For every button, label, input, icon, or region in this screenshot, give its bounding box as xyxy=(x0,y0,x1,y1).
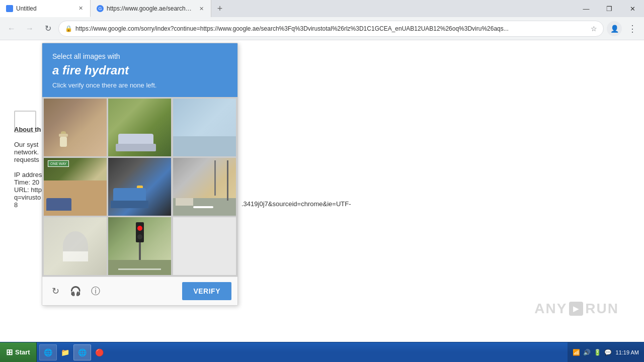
about-line7: URL: http xyxy=(14,186,44,194)
highway-car xyxy=(176,198,193,206)
start-button[interactable]: ⊞ Start xyxy=(0,342,37,362)
traffic-light-green xyxy=(137,234,142,239)
window-controls: — ❐ ✕ xyxy=(575,0,644,17)
titlebar: Untitled ✕ G https://www.google.ae/searc… xyxy=(0,0,644,17)
recaptcha-modal: Select all images with a fire hydrant Cl… xyxy=(42,43,238,306)
captcha-cell-5[interactable] xyxy=(108,158,171,216)
lane-marking xyxy=(193,206,213,208)
notification-icon: 💬 xyxy=(604,349,612,356)
car-body xyxy=(116,144,156,151)
profile-icon: 👤 xyxy=(610,25,619,33)
traffic-light-box xyxy=(136,222,144,242)
traffic-light-red xyxy=(137,226,142,231)
taskbar-ie-button[interactable]: 🌐 xyxy=(39,344,57,360)
power-pole xyxy=(227,160,228,201)
about-line8: q=virusto xyxy=(14,194,44,201)
hydrant-shape xyxy=(59,131,68,146)
battery-icon: 🔋 xyxy=(594,349,601,356)
chrome-menu-button[interactable]: ⋮ xyxy=(625,21,640,36)
network-icon: 📶 xyxy=(573,349,580,356)
tab-untitled[interactable]: Untitled ✕ xyxy=(0,0,91,17)
about-text: About th Our syst network. requests IP a… xyxy=(14,126,44,209)
about-line9: 8 xyxy=(14,201,44,209)
tab-favicon-untitled xyxy=(6,5,13,12)
back-button[interactable]: ← xyxy=(4,21,19,36)
captcha-subtext: Click verify once there are none left. xyxy=(52,81,227,89)
road-line xyxy=(118,268,161,270)
captcha-info-button[interactable]: ⓘ xyxy=(89,284,103,298)
taskbar-antivirus-button[interactable]: 🔴 xyxy=(91,344,108,360)
about-line2: Our syst xyxy=(14,141,44,148)
explorer-icon: 📁 xyxy=(61,348,69,356)
captcha-refresh-button[interactable]: ↻ xyxy=(48,284,62,298)
bookmark-star-icon[interactable]: ☆ xyxy=(591,25,597,33)
captcha-header: Select all images with a fire hydrant Cl… xyxy=(42,43,237,97)
captcha-cell-1[interactable] xyxy=(44,99,107,156)
omnibox[interactable]: 🔒 https://www.google.com/sorry/index?con… xyxy=(58,21,604,37)
tab-title-untitled: Untitled xyxy=(16,5,74,12)
about-line5: IP addres xyxy=(14,171,44,178)
navbar: ← → ↻ 🔒 https://www.google.com/sorry/ind… xyxy=(0,17,644,40)
captcha-instruction: Select all images with xyxy=(52,52,227,60)
power-pole-2 xyxy=(214,160,216,196)
captcha-cell-4[interactable]: ONE WAY xyxy=(44,158,107,216)
captcha-cell-7[interactable] xyxy=(44,217,107,275)
taskbar: ⊞ Start 🌐 📁 🌐 🔴 📶 🔊 🔋 💬 11:19 AM xyxy=(0,342,644,362)
verify-button[interactable]: VERIFY xyxy=(182,282,231,300)
url-display: https://www.google.com/sorry/index?conti… xyxy=(75,25,588,32)
volume-icon: 🔊 xyxy=(583,349,591,356)
ie-icon: 🌐 xyxy=(44,348,52,356)
info-icon: ⓘ xyxy=(91,285,100,297)
close-button[interactable]: ✕ xyxy=(621,0,644,17)
content-area: About th Our syst network. requests IP a… xyxy=(0,40,644,342)
captcha-audio-button[interactable]: 🎧 xyxy=(68,284,83,298)
clock-time: 11:19 AM xyxy=(616,349,639,355)
about-line6: Time: 20 xyxy=(14,178,44,186)
taskbar-time: 11:19 AM xyxy=(616,349,639,355)
chrome-icon: 🌐 xyxy=(78,348,87,356)
taskbar-items: 🌐 📁 🌐 🔴 xyxy=(37,344,568,360)
about-line3: network. xyxy=(14,148,44,156)
captcha-cell-9[interactable] xyxy=(173,217,236,275)
road-surface xyxy=(108,260,171,275)
hydrant-body xyxy=(60,137,67,147)
system-tray: 📶 🔊 🔋 💬 xyxy=(573,349,612,356)
minimize-button[interactable]: — xyxy=(575,0,598,17)
maximize-button[interactable]: ❐ xyxy=(598,0,621,17)
ghost-shape xyxy=(63,231,88,261)
captcha-cell-6[interactable] xyxy=(173,158,236,216)
captcha-grid: ONE WAY xyxy=(42,97,237,277)
blue-car-body xyxy=(111,201,148,208)
about-line1: About th xyxy=(14,126,44,133)
tab-favicon-google: G xyxy=(97,5,104,12)
watermark: ANY RUN xyxy=(534,301,619,317)
page-background: About th Our syst network. requests IP a… xyxy=(0,40,644,342)
captcha-cell-2[interactable] xyxy=(108,99,171,156)
captcha-cell-8[interactable] xyxy=(108,217,171,275)
refresh-icon: ↻ xyxy=(52,286,59,297)
audio-icon: 🎧 xyxy=(70,286,81,297)
tab-title-google: https://www.google.ae/search?q=v... xyxy=(107,5,195,12)
taskbar-explorer-button[interactable]: 📁 xyxy=(57,344,73,360)
lock-icon: 🔒 xyxy=(65,25,72,32)
refresh-button[interactable]: ↻ xyxy=(40,21,55,36)
url-snippet: .3419j0j7&sourceid=chrome&ie=UTF- xyxy=(242,200,351,208)
taskbar-chrome-button[interactable]: 🌐 xyxy=(73,344,91,360)
profile-button[interactable]: 👤 xyxy=(607,21,622,36)
antivirus-icon: 🔴 xyxy=(95,348,104,356)
tab-close-untitled[interactable]: ✕ xyxy=(77,5,84,12)
captcha-footer: ↻ 🎧 ⓘ VERIFY xyxy=(42,277,237,305)
forward-button[interactable]: → xyxy=(22,21,37,36)
watermark-any: ANY xyxy=(534,301,567,317)
windows-icon: ⊞ xyxy=(6,347,13,357)
tab-close-google[interactable]: ✕ xyxy=(198,5,205,12)
captcha-subject: a fire hydrant xyxy=(52,63,227,77)
new-tab-button[interactable]: + xyxy=(211,0,228,17)
tab-google[interactable]: G https://www.google.ae/search?q=v... ✕ xyxy=(91,0,211,17)
parked-car xyxy=(46,198,71,211)
captcha-cell-3[interactable] xyxy=(173,99,236,156)
left-content: About th Our syst network. requests IP a… xyxy=(0,40,40,342)
watermark-play-icon xyxy=(569,302,583,316)
about-line4: requests xyxy=(14,156,44,163)
watermark-run: RUN xyxy=(585,301,619,317)
